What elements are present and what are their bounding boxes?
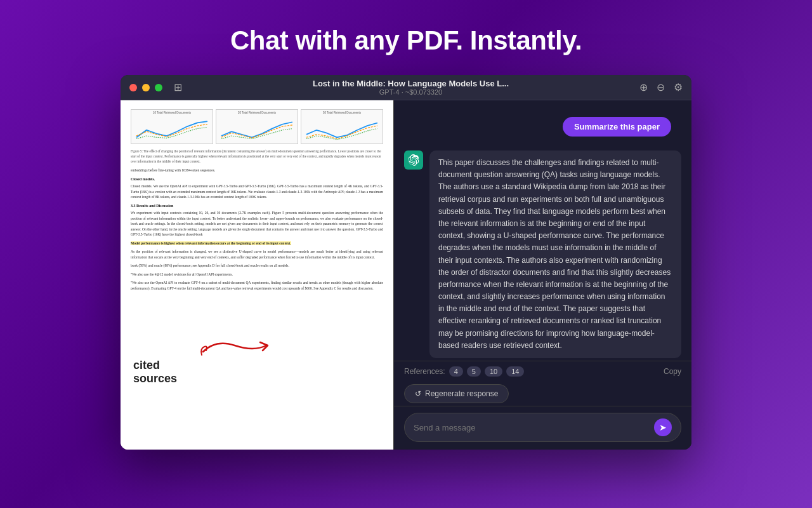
titlebar-actions: ⊕ ⊖ ⚙ xyxy=(639,81,683,93)
references-label: References: xyxy=(404,367,445,376)
arrow-annotation xyxy=(197,333,273,373)
pdf-chart-1: 10 Total Retrieved Documents xyxy=(131,109,213,144)
maximize-button[interactable] xyxy=(155,84,162,91)
pdf-filler-1: book (59%) and oracle (88%) performance;… xyxy=(131,263,383,269)
ref-badge-10[interactable]: 10 xyxy=(485,366,502,377)
titlebar-center: Lost in the Middle: How Language Models … xyxy=(187,79,634,96)
chat-panel: Summarize this paper This paper discusse… xyxy=(393,100,691,450)
model-info: GPT-4 · ~$0.073320 xyxy=(379,88,442,96)
cited-sources-text: cited sources xyxy=(133,359,177,386)
main-content: 10 Total Retrieved Documents 20 Total Re… xyxy=(121,100,691,450)
pdf-inner: 10 Total Retrieved Documents 20 Total Re… xyxy=(121,100,393,303)
sidebar-icon[interactable]: ⊞ xyxy=(174,81,182,93)
zoom-out-icon[interactable]: ⊖ xyxy=(657,81,665,93)
pdf-body-results: We experiment with input contexts contai… xyxy=(131,210,383,237)
ref-badge-14[interactable]: 14 xyxy=(506,366,524,377)
regenerate-button[interactable]: ↺ Regenerate response xyxy=(404,384,509,403)
close-button[interactable] xyxy=(129,84,137,91)
summarize-button[interactable]: Summarize this paper xyxy=(563,117,671,137)
pdf-charts-row: 10 Total Retrieved Documents 20 Total Re… xyxy=(131,109,383,144)
references-row: References: 4 5 10 14 Copy xyxy=(394,361,691,382)
send-button[interactable]: ➤ xyxy=(654,418,672,436)
copy-button[interactable]: Copy xyxy=(664,367,681,376)
pdf-chart-3: 30 Total Retrieved Documents xyxy=(301,109,383,144)
hero-title: Chat with any PDF. Instantly. xyxy=(230,25,582,56)
chat-messages: This paper discusses the challenges and … xyxy=(394,144,691,361)
pdf-body-1: embeddings before fine-tuning with 16384… xyxy=(131,168,383,173)
pdf-filler-api2: "We also use the OpenAI API to evaluate … xyxy=(131,280,383,291)
titlebar: ⊞ Lost in the Middle: How Language Model… xyxy=(121,75,691,100)
pdf-filler-api: "We also use the #@12 model revisions fo… xyxy=(131,272,383,277)
app-window: ⊞ Lost in the Middle: How Language Model… xyxy=(121,75,691,450)
pdf-highlighted-text: Model performance is highest when releva… xyxy=(131,241,383,246)
ai-avatar xyxy=(404,150,423,170)
chat-input-area: ➤ xyxy=(394,406,691,450)
minimize-button[interactable] xyxy=(142,84,150,91)
pdf-body-closed: Closed models. We use the OpenAI API to … xyxy=(131,184,383,200)
pdf-section-results: 3.3 Results and Discussion xyxy=(131,203,383,208)
chat-input[interactable] xyxy=(414,423,654,432)
regen-icon: ↺ xyxy=(415,389,421,398)
zoom-in-icon[interactable]: ⊕ xyxy=(639,81,648,93)
settings-icon[interactable]: ⚙ xyxy=(674,81,683,93)
send-icon: ➤ xyxy=(659,422,667,432)
chat-message-ai: This paper discusses the challenges and … xyxy=(404,150,681,358)
pdf-content: 10 Total Retrieved Documents 20 Total Re… xyxy=(121,100,393,450)
chart-title-2: 20 Total Retrieved Documents xyxy=(216,110,298,116)
chat-input-wrapper: ➤ xyxy=(404,413,681,442)
ref-badge-4[interactable]: 4 xyxy=(449,366,463,377)
chart-title-1: 10 Total Retrieved Documents xyxy=(131,110,213,116)
ref-badge-5[interactable]: 5 xyxy=(467,366,481,377)
chart-title-3: 30 Total Retrieved Documents xyxy=(301,110,383,116)
pdf-chart-2: 20 Total Retrieved Documents xyxy=(216,109,298,144)
pdf-more-body: As the position of relevant information … xyxy=(131,249,383,260)
summarize-btn-wrapper: Summarize this paper xyxy=(394,100,691,144)
document-title: Lost in the Middle: How Language Models … xyxy=(313,79,509,88)
figure-caption: Figure 5: The effect of changing the pos… xyxy=(131,149,383,164)
pdf-panel: 10 Total Retrieved Documents 20 Total Re… xyxy=(121,100,393,450)
regen-label: Regenerate response xyxy=(425,389,498,398)
ai-message-bubble: This paper discusses the challenges and … xyxy=(429,150,681,358)
pdf-section-closed: Closed models. xyxy=(131,177,383,182)
